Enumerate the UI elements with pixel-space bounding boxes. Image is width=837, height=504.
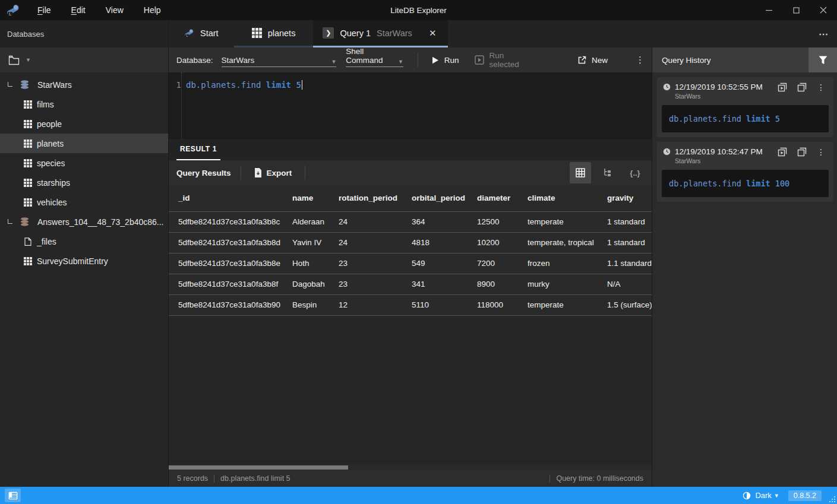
status-query-text: db.planets.find limit 5 <box>220 474 290 483</box>
collection-name: species <box>37 159 65 168</box>
resize-grip[interactable] <box>828 495 836 503</box>
table-grid-icon <box>24 198 32 207</box>
copy-icon[interactable] <box>797 83 807 92</box>
editor-code-line[interactable]: db.planets.find limit 5 <box>182 72 302 139</box>
copy-icon[interactable] <box>797 147 807 157</box>
query-editor[interactable]: 1 db.planets.find limit 5 <box>169 72 652 139</box>
table-row[interactable]: 5dfbe8241d37ce31a0fa3b8f Dagobah 23 341 … <box>169 274 652 294</box>
history-database: StarWars <box>675 157 763 164</box>
history-item[interactable]: 12/19/2019 10:52:55 PM StarWars <box>657 77 833 137</box>
record-count: 5 records <box>177 474 208 483</box>
query-history-title: Query History <box>662 56 711 65</box>
menu-edit[interactable]: Edit <box>61 0 96 20</box>
tree-collection-species[interactable]: species <box>0 153 168 173</box>
tab-start[interactable]: L Start <box>169 20 234 47</box>
run-button[interactable]: Run <box>424 47 467 72</box>
run-selected-button[interactable]: Run selected <box>467 47 535 72</box>
history-kebab-menu[interactable]: ⋮ <box>817 83 825 92</box>
table-grid-icon <box>24 159 32 167</box>
view-toggle-group: {..} <box>570 162 646 183</box>
cell-climate: temperate, tropical <box>528 232 607 253</box>
tree-collection-vehicles[interactable]: vehicles <box>0 192 168 212</box>
cell-id: 5dfbe8241d37ce31a0fa3b8f <box>169 274 292 294</box>
tree-collection-films[interactable]: films <box>0 94 168 114</box>
history-item[interactable]: 12/19/2019 10:52:47 PM StarWars <box>657 142 833 202</box>
tree-collection-people[interactable]: people <box>0 114 168 134</box>
column-header-id[interactable]: _id <box>169 185 292 211</box>
database-select[interactable]: StarWars ▼ <box>222 53 337 67</box>
filter-button[interactable] <box>808 47 837 72</box>
history-query-code[interactable]: db.planets.find limit 5 <box>662 105 829 132</box>
column-header-gravity[interactable]: gravity <box>607 185 652 211</box>
query-results-title: Query Results <box>176 169 231 177</box>
database-select-value: StarWars <box>222 56 255 65</box>
text-cursor <box>302 80 302 90</box>
tab-close-icon[interactable]: ✕ <box>427 27 439 40</box>
database-name: Answers_104__48_73_2b40c86... <box>37 217 164 227</box>
chevron-down-icon: ▼ <box>398 59 403 65</box>
folder-dropdown-caret-icon[interactable]: ▼ <box>26 57 31 63</box>
minimize-button[interactable] <box>755 0 782 20</box>
load-query-icon[interactable] <box>778 83 787 92</box>
expander-icon[interactable] <box>8 219 12 224</box>
query-document: Database: StarWars ▼ Shell Command ▼ <box>169 47 652 487</box>
tab-planets-label: planets <box>268 28 296 38</box>
open-database-folder-icon[interactable] <box>8 55 20 65</box>
table-grid-icon <box>24 120 32 128</box>
cell-gravity: 1.1 standard <box>607 253 652 274</box>
cell-id: 5dfbe8241d37ce31a0fa3b8d <box>169 232 292 253</box>
history-query-code[interactable]: db.planets.find limit 100 <box>662 170 829 197</box>
collection-name: SurveySubmitEntry <box>37 256 108 266</box>
taskbar-app-button[interactable] <box>5 489 21 502</box>
tab-query-1[interactable]: ❯ Query 1 StarWars ✕ <box>313 20 448 47</box>
collection-name: films <box>37 100 54 109</box>
close-button[interactable] <box>810 0 837 20</box>
new-query-button[interactable]: New <box>570 47 615 72</box>
databases-sidebar: Databases ▼ StarWars <box>0 20 169 487</box>
export-button[interactable]: Export <box>251 168 296 177</box>
tree-database-answers[interactable]: Answers_104__48_73_2b40c86... <box>0 212 168 232</box>
cell-climate: temperate <box>528 294 607 315</box>
theme-selector[interactable]: Dark ▼ <box>755 491 779 500</box>
column-header-name[interactable]: name <box>292 185 339 211</box>
cell-rotation-period: 23 <box>339 274 412 294</box>
table-grid-icon <box>252 28 262 38</box>
column-header-climate[interactable]: climate <box>528 185 607 211</box>
tree-collection-files[interactable]: _files <box>0 232 168 251</box>
tree-collection-starships[interactable]: starships <box>0 173 168 192</box>
maximize-button[interactable] <box>782 0 810 20</box>
tab-planets[interactable]: planets <box>234 20 314 47</box>
tab-result-1[interactable]: RESULT 1 <box>176 139 220 160</box>
table-row[interactable]: 5dfbe8241d37ce31a0fa3b8d Yavin IV 24 481… <box>169 232 652 253</box>
app-window: L File Edit View Help LiteDB Explorer Da… <box>0 0 837 504</box>
column-header-rotation-period[interactable]: rotation_period <box>339 185 412 211</box>
tree-collection-planets[interactable]: planets <box>0 134 168 153</box>
menu-view[interactable]: View <box>96 0 134 20</box>
expander-icon[interactable] <box>8 82 12 87</box>
cell-rotation-period: 23 <box>339 253 412 274</box>
cell-climate: murky <box>528 274 607 294</box>
scrollbar-thumb[interactable] <box>169 465 348 470</box>
table-row[interactable]: 5dfbe8241d37ce31a0fa3b90 Bespin 12 5110 … <box>169 294 652 315</box>
query-mode-select[interactable]: Shell Command ▼ <box>346 53 403 67</box>
json-view-button[interactable]: {..} <box>624 162 646 183</box>
column-header-orbital-period[interactable]: orbital_period <box>412 185 477 211</box>
export-label: Export <box>267 169 292 177</box>
tree-view-button[interactable] <box>597 162 618 183</box>
load-query-icon[interactable] <box>778 147 787 157</box>
menu-help[interactable]: Help <box>134 0 171 20</box>
database-icon <box>20 217 29 226</box>
table-row[interactable]: 5dfbe8241d37ce31a0fa3b8c Alderaan 24 364… <box>169 211 652 232</box>
horizontal-scrollbar[interactable] <box>169 465 652 470</box>
tabstrip-overflow-button[interactable]: ⋯ <box>810 20 837 47</box>
tree-database-starwars[interactable]: StarWars <box>0 75 168 94</box>
column-header-diameter[interactable]: diameter <box>477 185 528 211</box>
grid-view-button[interactable] <box>570 162 591 183</box>
sidebar-header: Databases <box>0 20 168 47</box>
toolbar-kebab-menu[interactable]: ⋮ <box>628 55 652 65</box>
table-row[interactable]: 5dfbe8241d37ce31a0fa3b8e Hoth 23 549 720… <box>169 253 652 274</box>
sidebar-title: Databases <box>7 30 44 39</box>
menu-file[interactable]: File <box>27 0 61 20</box>
history-kebab-menu[interactable]: ⋮ <box>817 147 825 157</box>
tree-collection-surveysubmitentry[interactable]: SurveySubmitEntry <box>0 251 168 271</box>
